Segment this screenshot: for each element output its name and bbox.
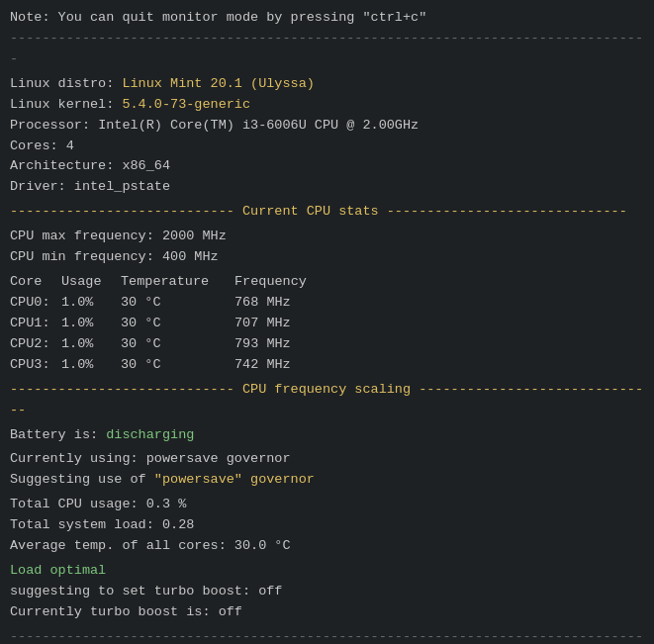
cpu-name: CPU2: [10,334,61,355]
kernel-label: Linux kernel: [10,97,122,112]
kernel-line: Linux kernel: 5.4.0-73-generic [10,95,644,116]
col-core-header: Core [10,272,61,293]
load-status-text: Load optimal [10,563,106,578]
total-load-value: 0.28 [162,517,194,532]
cpu-usage: 1.0% [61,314,121,334]
total-load-label: Total system load: [10,517,162,532]
processor-line: Processor: Intel(R) Core(TM) i3-6006U CP… [10,116,644,137]
cpu-freq: 707 MHz [234,316,291,330]
cpu-min-freq-label: CPU min frequency: [10,249,162,264]
cpu-max-freq-line: CPU max frequency: 2000 MHz [10,227,644,247]
cpu-temp: 30 °C [121,293,234,314]
cpu-max-freq-label: CPU max frequency: [10,229,162,243]
battery-label: Battery is: [10,427,106,442]
driver-label: Driver: [10,179,74,194]
total-cpu-line: Total CPU usage: 0.3 % [10,495,644,515]
turbo-suggest-text: suggesting to set turbo boost: off [10,584,282,598]
table-row: CPU0:1.0%30 °C768 MHz [10,293,644,314]
table-row: CPU2:1.0%30 °C793 MHz [10,334,644,355]
note-text: Note: You can quit monitor mode by press… [10,10,426,25]
cpu-temp: 30 °C [121,355,234,376]
col-usage-header: Usage [61,272,121,293]
processor-value: Intel(R) Core(TM) i3-6006U CPU @ 2.00GHz [98,118,419,133]
currently-using-label: Currently using: [10,451,146,466]
terminal-output: Note: You can quit monitor mode by press… [10,8,644,644]
cpu-usage: 1.0% [61,334,121,355]
driver-value: intel_pstate [74,179,170,194]
cpu-freq: 742 MHz [234,357,291,372]
table-header-row: CoreUsageTemperatureFrequency [10,272,644,293]
cpu-rows: CPU0:1.0%30 °C768 MHzCPU1:1.0%30 °C707 M… [10,293,644,376]
load-status-line: Load optimal [10,561,644,582]
cpu-max-freq-value: 2000 MHz [162,229,227,243]
cores-label: Cores: [10,138,66,153]
processor-label: Processor: [10,118,98,133]
divider-bottom: ----------------------------------------… [10,627,644,644]
cpu-freq: 793 MHz [234,336,291,351]
divider-cpu-stats: ---------------------------- Current CPU… [10,202,644,223]
divider-scaling: ---------------------------- CPU frequen… [10,380,644,421]
arch-value: x86_64 [122,158,170,173]
divider-cpu-stats-text: ---------------------------- Current CPU… [10,204,627,219]
cpu-temp: 30 °C [121,334,234,355]
currently-using-value: powersave governor [146,451,291,466]
divider-bottom-text: ----------------------------------------… [10,629,643,644]
turbo-current-line: Currently turbo boost is: off [10,602,644,623]
cpu-temp: 30 °C [121,314,234,334]
divider-scaling-text: ---------------------------- CPU frequen… [10,382,643,417]
total-cpu-label: Total CPU usage: [10,497,146,511]
kernel-value: 5.4.0-73-generic [122,97,250,112]
avg-temp-value: 30.0 °C [234,538,291,553]
distro-label: Linux distro: [10,76,122,91]
cpu-name: CPU3: [10,355,61,376]
cpu-freq: 768 MHz [234,295,291,310]
cpu-name: CPU1: [10,314,61,334]
total-cpu-value: 0.3 % [146,497,187,511]
driver-line: Driver: intel_pstate [10,177,644,198]
suggesting-label: Suggesting use of [10,472,154,487]
suggesting-line: Suggesting use of "powersave" governor [10,470,644,491]
cores-value: 4 [66,138,74,153]
battery-line: Battery is: discharging [10,425,644,446]
cpu-min-freq-value: 400 MHz [162,249,219,264]
total-load-line: Total system load: 0.28 [10,515,644,536]
distro-line: Linux distro: Linux Mint 20.1 (Ulyssa) [10,74,644,95]
divider-text: ----------------------------------------… [10,31,643,66]
currently-using-line: Currently using: powersave governor [10,449,644,470]
battery-value: discharging [106,427,194,442]
col-temp-header: Temperature [121,272,234,293]
turbo-suggest-line: suggesting to set turbo boost: off [10,582,644,602]
table-row: CPU1:1.0%30 °C707 MHz [10,314,644,334]
cpu-min-freq-line: CPU min frequency: 400 MHz [10,247,644,268]
avg-temp-line: Average temp. of all cores: 30.0 °C [10,536,644,557]
divider-1: ----------------------------------------… [10,29,644,70]
cpu-usage: 1.0% [61,355,121,376]
avg-temp-label: Average temp. of all cores: [10,538,234,553]
cpu-name: CPU0: [10,293,61,314]
arch-line: Architecture: x86_64 [10,156,644,177]
cores-line: Cores: 4 [10,137,644,157]
table-row: CPU3:1.0%30 °C742 MHz [10,355,644,376]
distro-value: Linux Mint 20.1 (Ulyssa) [122,76,314,91]
suggesting-value: "powersave" governor [154,472,315,487]
arch-label: Architecture: [10,158,122,173]
note-line: Note: You can quit monitor mode by press… [10,8,644,29]
col-freq-header: Frequency [234,274,307,289]
turbo-current-text: Currently turbo boost is: off [10,604,242,619]
cpu-usage: 1.0% [61,293,121,314]
